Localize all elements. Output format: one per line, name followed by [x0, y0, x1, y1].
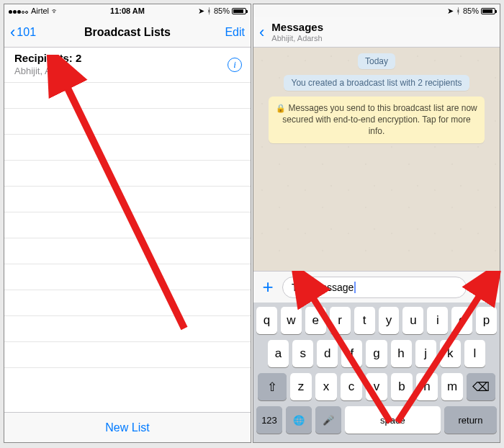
key-b[interactable]: b: [391, 373, 413, 400]
shift-key[interactable]: ⇧: [258, 373, 287, 400]
battery-icon: [232, 8, 246, 14]
wifi-icon: ᯤ: [51, 6, 59, 15]
back-label: 101: [17, 26, 36, 39]
keyboard-row: asdfghjkl: [256, 340, 497, 367]
location-icon: ➤: [198, 6, 204, 16]
list-item: [4, 238, 251, 264]
back-button[interactable]: ‹: [259, 24, 264, 40]
recipients-names: Abhijit, Adarsh: [14, 66, 242, 76]
numbers-key[interactable]: 123: [256, 406, 282, 434]
text-cursor: [354, 282, 356, 293]
list-item: [4, 187, 251, 212]
chevron-left-icon: ‹: [10, 24, 15, 40]
keyboard-row: qwertyuiop: [256, 307, 497, 334]
battery-percent: 85%: [214, 6, 230, 15]
new-list-button[interactable]: New List: [4, 412, 251, 442]
list-item: [4, 212, 251, 238]
key-d[interactable]: d: [317, 340, 338, 367]
key-j[interactable]: j: [415, 340, 436, 367]
list-item: [4, 290, 251, 316]
key-w[interactable]: w: [281, 307, 302, 334]
globe-key[interactable]: 🌐: [286, 406, 312, 434]
status-bar: ➤ ᚼ 85%: [253, 4, 500, 17]
return-key[interactable]: return: [444, 406, 497, 434]
list-item: [4, 109, 251, 135]
list-item: [4, 264, 251, 290]
key-y[interactable]: y: [379, 307, 400, 334]
key-q[interactable]: q: [256, 307, 277, 334]
encryption-text: Messages you send to this broadcast list…: [282, 103, 477, 136]
lock-icon: 🔒: [276, 104, 286, 112]
broadcast-lists-screen: Airtel ᯤ 11:08 AM ➤ ᚼ 85% ‹101 Broadcast…: [4, 4, 251, 443]
key-f[interactable]: f: [341, 340, 362, 367]
key-x[interactable]: x: [315, 373, 337, 400]
status-time: 11:08 AM: [110, 6, 145, 15]
key-a[interactable]: a: [268, 340, 289, 367]
encryption-notice[interactable]: 🔒 Messages you send to this broadcast li…: [269, 97, 485, 143]
nav-bar: ‹101 Broadcast Lists Edit: [4, 17, 251, 48]
message-input-bar: + Test message: [253, 271, 500, 303]
space-key[interactable]: space: [345, 406, 441, 434]
key-p[interactable]: p: [476, 307, 497, 334]
location-icon: ➤: [447, 6, 454, 16]
key-c[interactable]: c: [341, 373, 362, 400]
list-item: [4, 161, 251, 187]
key-t[interactable]: t: [354, 307, 375, 334]
key-l[interactable]: l: [464, 340, 485, 367]
bluetooth-icon: ᚼ: [456, 6, 461, 15]
backspace-key[interactable]: ⌫: [467, 373, 495, 400]
chat-title[interactable]: Messages Abhijit, Adarsh: [271, 22, 323, 42]
status-bar: Airtel ᯤ 11:08 AM ➤ ᚼ 85%: [4, 4, 251, 17]
signal-dots-icon: [9, 6, 29, 15]
back-button[interactable]: ‹101: [10, 24, 36, 40]
nav-bar: ‹ Messages Abhijit, Adarsh: [253, 17, 500, 48]
key-o[interactable]: o: [451, 307, 472, 334]
key-k[interactable]: k: [440, 340, 461, 367]
chevron-left-icon: ‹: [259, 24, 264, 40]
recipients-count: Recipients: 2: [14, 52, 242, 64]
page-title: Broadcast Lists: [84, 26, 171, 39]
key-i[interactable]: i: [427, 307, 448, 334]
messages-screen: ➤ ᚼ 85% ‹ Messages Abhijit, Adarsh Today…: [253, 4, 500, 443]
system-message: You created a broadcast list with 2 reci…: [284, 75, 469, 91]
attach-button[interactable]: +: [259, 276, 276, 298]
edit-button[interactable]: Edit: [225, 26, 245, 39]
send-icon: [477, 282, 489, 293]
key-z[interactable]: z: [290, 373, 312, 400]
keyboard: qwertyuiop asdfghjkl ⇧ zxcvbnm ⌫ 123 🌐 🎤…: [253, 303, 500, 442]
key-h[interactable]: h: [391, 340, 412, 367]
info-icon[interactable]: i: [228, 58, 242, 72]
key-r[interactable]: r: [330, 307, 351, 334]
chat-title-sub: Abhijit, Adarsh: [271, 34, 323, 42]
chat-title-main: Messages: [271, 22, 323, 34]
list-item: [4, 342, 251, 368]
bluetooth-icon: ᚼ: [207, 6, 212, 15]
date-pill: Today: [358, 53, 395, 69]
key-v[interactable]: v: [366, 373, 387, 400]
key-m[interactable]: m: [441, 373, 463, 400]
key-e[interactable]: e: [305, 307, 326, 334]
mic-key[interactable]: 🎤: [315, 406, 341, 434]
list-item: [4, 83, 251, 109]
carrier-label: Airtel: [31, 6, 49, 15]
key-s[interactable]: s: [292, 340, 313, 367]
key-u[interactable]: u: [402, 307, 423, 334]
broadcast-list-item[interactable]: Recipients: 2 Abhijit, Adarsh i: [4, 48, 251, 83]
list-item: [4, 316, 251, 342]
key-n[interactable]: n: [416, 373, 438, 400]
battery-icon: [481, 8, 495, 14]
send-button[interactable]: [472, 277, 494, 298]
battery-percent: 85%: [463, 6, 479, 15]
list-item: [4, 135, 251, 161]
keyboard-row: ⇧ zxcvbnm ⌫: [256, 373, 497, 400]
keyboard-row: 123 🌐 🎤 space return: [256, 406, 497, 434]
broadcast-list: Recipients: 2 Abhijit, Adarsh i: [4, 48, 251, 412]
chat-area[interactable]: Today You created a broadcast list with …: [253, 48, 500, 271]
message-input-text: Test message: [292, 282, 354, 293]
key-g[interactable]: g: [366, 340, 387, 367]
message-input[interactable]: Test message: [282, 277, 467, 298]
